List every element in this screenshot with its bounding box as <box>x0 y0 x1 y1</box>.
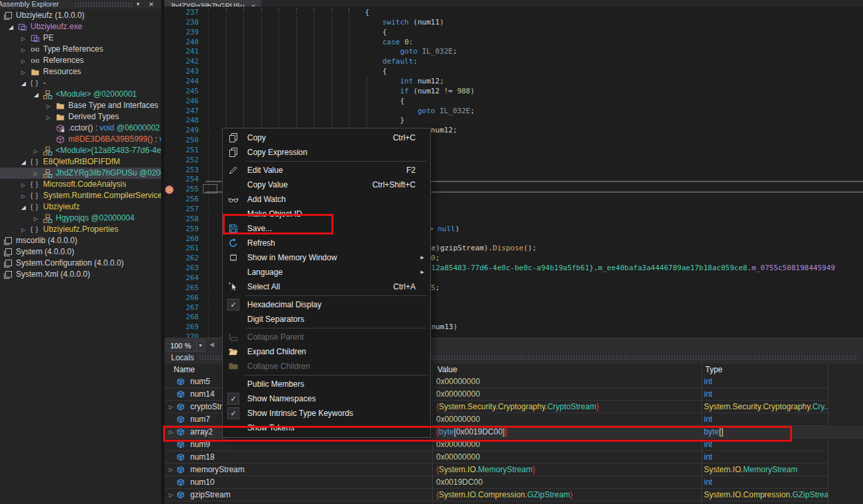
chevron-collapsed-icon[interactable]: ▷ <box>46 103 50 109</box>
window-position-icon[interactable]: ▾ <box>137 0 140 9</box>
column-header-name[interactable]: Name <box>174 364 195 376</box>
code-line[interactable]: le)gzipStream).Dispose(); <box>427 244 537 254</box>
tree-item-mscorlib-4-0-0-0[interactable]: mscorlib (4.0.0.0) <box>0 235 161 246</box>
chevron-collapsed-icon[interactable]: ▷ <box>21 69 25 75</box>
locals-row-memorystream[interactable]: ▷memoryStream{System.IO.MemoryStream}Sys… <box>164 464 828 476</box>
line-number[interactable]: 254 <box>164 175 199 185</box>
chevron-collapsed-icon[interactable]: ▷ <box>21 193 25 199</box>
line-number[interactable]: 263 <box>164 264 199 274</box>
code-line[interactable]: 0; <box>431 254 439 264</box>
locals-row-gzipstream[interactable]: ▷gzipStream{System.IO.Compression.GZipSt… <box>164 489 828 501</box>
line-number[interactable]: 239 <box>164 28 199 38</box>
code-line[interactable]: } <box>400 116 405 126</box>
code-line[interactable]: { <box>400 97 405 107</box>
menu-item-copy[interactable]: CopyCtrl+C <box>223 130 430 145</box>
chevron-expanded-icon[interactable]: ◢ <box>21 80 26 87</box>
collapsed-region-box[interactable] <box>203 184 217 193</box>
tree-item-pe[interactable]: ▷PE <box>0 32 161 44</box>
locals-row-num10[interactable]: num100x0019DC00int <box>164 476 828 489</box>
tree-item-item[interactable]: ◢{ }- <box>0 77 161 89</box>
chevron-collapsed-icon[interactable]: ▷ <box>34 215 38 221</box>
tree-item-system-4-0-0-0[interactable]: System (4.0.0.0) <box>0 246 161 258</box>
line-number[interactable]: 245 <box>164 87 199 97</box>
zoom-level-combo[interactable]: 100 % <box>166 340 200 352</box>
code-line[interactable]: {12a85483-77d6-4e0c-be0c-a94b19a5fb61}.m… <box>427 264 835 274</box>
line-number[interactable]: 253 <box>164 166 199 176</box>
column-header-type[interactable]: Type <box>705 364 722 376</box>
chevron-collapsed-icon[interactable]: ▷ <box>21 181 25 187</box>
tree-item-system-configuration-4-0-0-0[interactable]: System.Configuration (4.0.0.0) <box>0 258 161 269</box>
tree-item-module-12a85483-77d6-4e0c-be0c-a94b19a5fb61[interactable]: ▷<Module>{12a85483-77d6-4e0c-be0c-a94b19… <box>0 145 161 156</box>
tree-item-ubziyieufz-exe[interactable]: ◢Ubziyieufz.exe <box>0 21 161 32</box>
tree-item-type-references[interactable]: ▷Type References <box>0 44 161 55</box>
line-number[interactable]: 241 <box>164 47 199 57</box>
menu-item-copy-expression[interactable]: Copy Expression <box>223 145 430 160</box>
chevron-collapsed-icon[interactable]: ▷ <box>46 114 50 120</box>
menu-item-refresh[interactable]: Refresh <box>223 236 430 250</box>
chevron-collapsed-icon[interactable]: ▷ <box>21 46 25 52</box>
code-line[interactable]: { <box>365 8 370 18</box>
line-number[interactable]: 248 <box>164 116 199 126</box>
code-line[interactable]: 5; <box>431 283 439 293</box>
chevron-collapsed-icon[interactable]: ▷ <box>169 464 173 476</box>
code-line[interactable]: goto IL_032E; <box>418 107 475 117</box>
menu-item-show-intrinsic-type-keywords[interactable]: ✓Show Intrinsic Type Keywords <box>223 406 430 421</box>
line-number[interactable]: 261 <box>164 244 199 254</box>
tree-item-jhdzyrg3ilb7hgpusu[interactable]: ▷JhdZYRg3ilb7hGPUSu @02000003 <box>0 168 161 179</box>
code-line[interactable]: { <box>382 67 387 77</box>
line-number[interactable]: 255 <box>164 185 199 195</box>
line-number[interactable]: 238 <box>164 18 199 28</box>
chevron-collapsed-icon[interactable]: ▷ <box>21 35 25 41</box>
line-number[interactable]: 237 <box>164 8 199 18</box>
tree-item-hgypojqs[interactable]: ▷Hgypojqs @02000004 <box>0 213 161 224</box>
line-number[interactable]: 269 <box>164 323 199 332</box>
menu-item-copy-value[interactable]: Copy ValueCtrl+Shift+C <box>223 177 430 192</box>
zoom-dropdown-icon[interactable]: ▼ <box>196 340 205 352</box>
line-number[interactable]: 242 <box>164 57 199 67</box>
code-line[interactable]: num12; <box>431 126 457 136</box>
chevron-collapsed-icon[interactable]: ▷ <box>21 58 25 64</box>
menu-item-show-namespaces[interactable]: ✓Show Namespaces <box>223 391 430 406</box>
hscroll-left-arrow-icon[interactable]: ◀ <box>209 341 214 348</box>
code-line[interactable]: = null) <box>429 225 459 234</box>
menu-item-language[interactable]: Language▶ <box>223 265 430 279</box>
line-number[interactable]: 256 <box>164 195 199 205</box>
line-number[interactable]: 250 <box>164 136 199 146</box>
chevron-collapsed-icon[interactable]: ▷ <box>34 148 38 154</box>
code-line[interactable]: switch (num11) <box>382 18 444 28</box>
menu-item-expand-children[interactable]: Expand Children <box>223 344 430 359</box>
close-panel-icon[interactable]: ✕ <box>148 0 154 9</box>
tree-item-references[interactable]: ▷References <box>0 55 161 66</box>
chevron-collapsed-icon[interactable]: ▷ <box>169 401 173 413</box>
line-number[interactable]: 259 <box>164 225 199 234</box>
chevron-collapsed-icon[interactable]: ▷ <box>21 227 25 232</box>
tree-item-module[interactable]: ◢<Module> @02000001 <box>0 89 161 100</box>
menu-item-hexadecimal-display[interactable]: ✓Hexadecimal Display <box>223 297 430 312</box>
line-number[interactable]: 267 <box>164 303 199 313</box>
code-line[interactable]: goto IL_032E; <box>400 47 457 57</box>
tree-item-microsoft-codeanalysis[interactable]: ▷{ }Microsoft.CodeAnalysis <box>0 179 161 190</box>
line-number[interactable]: 265 <box>164 283 199 293</box>
menu-item-edit-value[interactable]: Edit ValueF2 <box>223 163 430 177</box>
tree-item-derived-types[interactable]: ▷Derived Types <box>0 111 161 123</box>
menu-item-public-members[interactable]: Public Members <box>223 377 430 391</box>
tree-item-ubziyieufz-1-0-0-0[interactable]: Ubziyieufz (1.0.0.0) <box>0 10 161 21</box>
line-number[interactable]: 258 <box>164 215 199 225</box>
line-number[interactable]: 266 <box>164 293 199 303</box>
chevron-collapsed-icon[interactable]: ▷ <box>34 170 38 176</box>
tree-item-e8qletfurtbofifdfm[interactable]: ◢{ }E8QletfuRtBOFIFDfM <box>0 156 161 168</box>
line-number[interactable]: 252 <box>164 156 199 166</box>
line-number[interactable]: 244 <box>164 77 199 87</box>
line-number[interactable]: 240 <box>164 38 199 48</box>
tab-close-icon[interactable]: ✕ <box>251 3 257 7</box>
chevron-expanded-icon[interactable]: ◢ <box>9 24 13 30</box>
locals-row-num20[interactable]: num200x00000000int <box>164 501 828 504</box>
tree-item-cctor[interactable]: .cctor() : void @06000002 <box>0 123 161 134</box>
line-number[interactable]: 257 <box>164 205 199 215</box>
line-number[interactable]: 262 <box>164 254 199 264</box>
code-line[interactable]: default: <box>382 57 418 67</box>
line-number[interactable]: 260 <box>164 234 199 244</box>
code-line[interactable]: if (num12 != 988) <box>400 87 475 97</box>
line-number[interactable]: 243 <box>164 67 199 77</box>
tree-item-ubziyieufz-properties[interactable]: ▷{ }Ubziyieufz.Properties <box>0 224 161 235</box>
